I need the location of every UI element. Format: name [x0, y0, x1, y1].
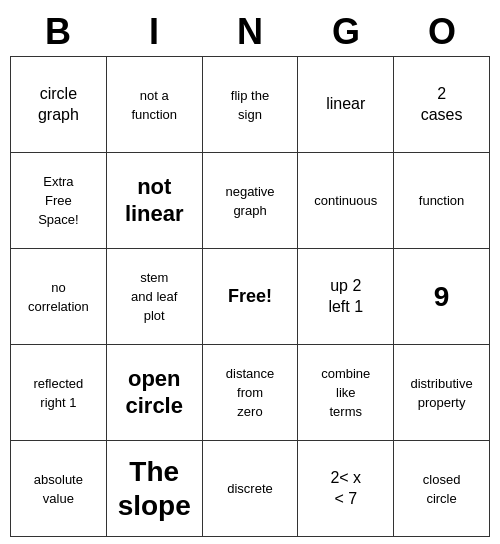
- bingo-cell: reflectedright 1: [11, 345, 107, 441]
- cell-content: up 2left 1: [328, 277, 363, 315]
- bingo-cell: 9: [394, 249, 490, 345]
- bingo-cell: negativegraph: [202, 153, 298, 249]
- table-row: ExtraFreeSpace!notlinearnegativegraphcon…: [11, 153, 490, 249]
- cell-content: linear: [326, 95, 365, 112]
- bingo-card: BINGO circlegraphnot afunctionflip thesi…: [10, 7, 490, 538]
- cell-content: distributiveproperty: [411, 376, 473, 410]
- cell-content: notlinear: [125, 174, 184, 225]
- header-letter: N: [202, 7, 298, 57]
- cell-content: opencircle: [125, 366, 183, 417]
- cell-content: stemand leafplot: [131, 270, 177, 323]
- cell-content: not afunction: [131, 88, 177, 122]
- header-letter: B: [10, 7, 106, 57]
- header-letter: G: [298, 7, 394, 57]
- table-row: reflectedright 1opencircledistancefromze…: [11, 345, 490, 441]
- bingo-cell: distancefromzero: [202, 345, 298, 441]
- header-letter: O: [394, 7, 490, 57]
- cell-content: function: [419, 193, 465, 208]
- cell-content: reflectedright 1: [33, 376, 83, 410]
- cell-content: absolutevalue: [34, 472, 83, 506]
- cell-content: 2cases: [421, 85, 463, 123]
- cell-content: continuous: [314, 193, 377, 208]
- bingo-header: BINGO: [10, 7, 490, 57]
- cell-content: flip thesign: [231, 88, 269, 122]
- table-row: absolutevalueTheslopediscrete2< x< 7clos…: [11, 441, 490, 537]
- bingo-cell: up 2left 1: [298, 249, 394, 345]
- bingo-cell: continuous: [298, 153, 394, 249]
- bingo-cell: discrete: [202, 441, 298, 537]
- cell-content: closedcircle: [423, 472, 461, 506]
- cell-content: distancefromzero: [226, 366, 274, 419]
- bingo-cell: combineliketerms: [298, 345, 394, 441]
- bingo-cell: closedcircle: [394, 441, 490, 537]
- bingo-grid: circlegraphnot afunctionflip thesignline…: [10, 57, 490, 538]
- bingo-cell: circlegraph: [11, 57, 107, 153]
- bingo-cell: Theslope: [106, 441, 202, 537]
- cell-content: nocorrelation: [28, 280, 89, 314]
- header-letter: I: [106, 7, 202, 57]
- table-row: circlegraphnot afunctionflip thesignline…: [11, 57, 490, 153]
- bingo-cell: nocorrelation: [11, 249, 107, 345]
- cell-content: ExtraFreeSpace!: [38, 174, 78, 227]
- bingo-cell: flip thesign: [202, 57, 298, 153]
- bingo-cell: absolutevalue: [11, 441, 107, 537]
- bingo-cell: opencircle: [106, 345, 202, 441]
- cell-content: discrete: [227, 481, 273, 496]
- bingo-cell: linear: [298, 57, 394, 153]
- bingo-cell: Free!: [202, 249, 298, 345]
- bingo-cell: notlinear: [106, 153, 202, 249]
- cell-content: circlegraph: [38, 85, 79, 123]
- bingo-cell: function: [394, 153, 490, 249]
- cell-content: Free!: [228, 286, 272, 306]
- cell-content: Theslope: [118, 456, 191, 521]
- bingo-cell: stemand leafplot: [106, 249, 202, 345]
- cell-content: negativegraph: [225, 184, 274, 218]
- bingo-cell: distributiveproperty: [394, 345, 490, 441]
- bingo-cell: ExtraFreeSpace!: [11, 153, 107, 249]
- cell-content: 2< x< 7: [330, 469, 361, 507]
- cell-content: 9: [434, 281, 450, 312]
- bingo-cell: not afunction: [106, 57, 202, 153]
- table-row: nocorrelationstemand leafplotFree!up 2le…: [11, 249, 490, 345]
- bingo-cell: 2< x< 7: [298, 441, 394, 537]
- cell-content: combineliketerms: [321, 366, 370, 419]
- bingo-cell: 2cases: [394, 57, 490, 153]
